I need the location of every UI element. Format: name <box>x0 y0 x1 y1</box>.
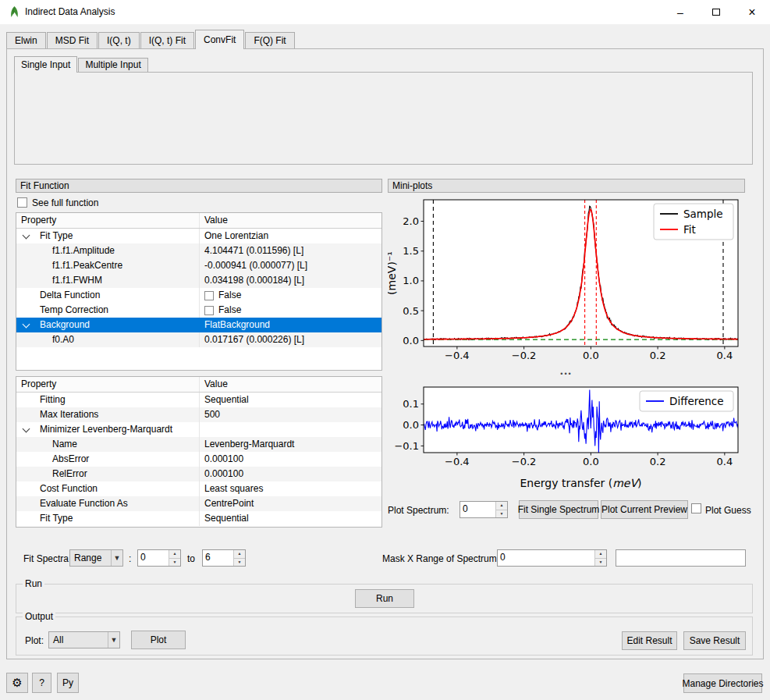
property-row[interactable]: AbsError0.000100 <box>16 452 381 467</box>
spectra-from-spinbox[interactable]: 0 ▲▼ <box>137 549 181 567</box>
output-plot-combo[interactable]: All ▼ <box>48 631 120 648</box>
svg-text:−0.1: −0.1 <box>394 440 419 452</box>
property-value: CentrePoint <box>204 496 254 511</box>
help-button[interactable]: ? <box>32 673 51 693</box>
property-value: False <box>218 303 241 318</box>
svg-text:1.5: 1.5 <box>403 245 419 257</box>
property-row[interactable]: Cost FunctionLeast squares <box>16 481 381 496</box>
property-row[interactable]: f0.A00.017167 (0.000226) [L] <box>16 332 381 347</box>
property-value: 4.104471 (0.011596) [L] <box>204 243 303 258</box>
title-bar: Indirect Data Analysis – × <box>0 0 770 24</box>
property-row[interactable]: Evaluate Function AsCentrePoint <box>16 496 381 511</box>
table-header-row: PropertyValue <box>16 213 381 229</box>
property-row[interactable]: FittingSequential <box>16 393 381 407</box>
fit-spectra-to-label: to <box>187 553 195 564</box>
svg-text:−0.4: −0.4 <box>445 456 470 467</box>
property-row[interactable]: Temp CorrectionFalse <box>16 303 381 318</box>
svg-text:0.0: 0.0 <box>583 456 599 467</box>
tab-convfit[interactable]: ConvFit <box>195 30 244 49</box>
manage-directories-button[interactable]: Manage Directories <box>683 673 762 693</box>
tab-i-q-t-fit[interactable]: I(Q, t) Fit <box>140 32 194 48</box>
spin-up-icon[interactable]: ▲ <box>595 550 606 558</box>
spin-down-icon[interactable]: ▼ <box>234 558 245 567</box>
property-row[interactable]: RelError0.000100 <box>16 467 381 481</box>
property-row[interactable]: Delta FunctionFalse <box>16 288 381 303</box>
value-checkbox[interactable] <box>204 291 214 300</box>
tab-elwin[interactable]: Elwin <box>6 32 46 48</box>
property-value: 0.034198 (0.000184) [L] <box>204 273 304 288</box>
python-export-button[interactable]: Py <box>57 673 79 693</box>
expander-chevron-down-icon[interactable] <box>23 425 30 433</box>
single-input-pane <box>14 72 753 165</box>
subtab-multiple-input[interactable]: Multiple Input <box>78 58 147 72</box>
mask-range-input[interactable] <box>616 549 746 567</box>
expander-chevron-down-icon[interactable] <box>23 321 30 329</box>
property-name: f0.A0 <box>52 334 74 345</box>
svg-text:2.0: 2.0 <box>403 215 419 227</box>
svg-text:0.4: 0.4 <box>717 456 733 467</box>
close-button[interactable]: × <box>734 0 770 24</box>
save-result-button[interactable]: Save Result <box>683 631 746 650</box>
spectra-to-spinbox[interactable]: 6 ▲▼ <box>202 549 246 567</box>
property-row[interactable]: Fit TypeSequential <box>16 511 381 526</box>
spin-down-icon[interactable]: ▼ <box>496 510 507 518</box>
tab-f-q-fit[interactable]: F(Q) Fit <box>245 32 294 48</box>
property-name: f1.f1.FWHM <box>52 275 102 286</box>
spin-up-icon[interactable]: ▲ <box>169 550 180 558</box>
svg-text:−0.4: −0.4 <box>445 350 470 361</box>
indirect-data-analysis-window: { "window": { "title": "Indirect Data An… <box>0 0 770 700</box>
svg-text:(meV)⁻¹: (meV)⁻¹ <box>388 251 398 295</box>
mask-spectrum-spinbox[interactable]: 0 ▲▼ <box>497 549 607 567</box>
svg-text:−0.2: −0.2 <box>512 350 537 361</box>
property-row[interactable]: BackgroundFlatBackground <box>16 318 381 332</box>
property-row[interactable]: f1.f1.FWHM0.034198 (0.000184) [L] <box>16 273 381 288</box>
plot-spectrum-spinbox[interactable]: 0 ▲▼ <box>460 501 508 518</box>
property-value: Sequential <box>204 393 249 407</box>
plot-label: Plot: <box>25 635 44 646</box>
property-value: FlatBackground <box>204 318 270 332</box>
svg-text:−0.2: −0.2 <box>512 456 537 467</box>
value-checkbox[interactable] <box>204 306 214 315</box>
spin-up-icon[interactable]: ▲ <box>234 550 245 558</box>
subtab-single-input[interactable]: Single Input <box>14 56 77 73</box>
svg-text:0.2: 0.2 <box>650 350 666 361</box>
property-row[interactable]: Fit TypeOne Lorentzian <box>16 229 381 243</box>
property-value: 0.000100 <box>204 467 243 481</box>
property-value: 0.000100 <box>204 452 243 467</box>
run-button[interactable]: Run <box>355 589 414 608</box>
maximize-button[interactable] <box>698 0 734 24</box>
see-full-function-checkbox[interactable] <box>17 197 27 208</box>
plot-button[interactable]: Plot <box>131 631 186 649</box>
fit-single-spectrum-button[interactable]: Fit Single Spectrum <box>519 500 598 519</box>
fit-spectra-label: Fit Spectra <box>23 553 69 564</box>
svg-text:0.5: 0.5 <box>403 305 419 317</box>
property-row[interactable]: NameLevenberg-Marquardt <box>16 437 381 452</box>
property-row[interactable]: f1.f1.PeakCentre-0.000941 (0.000077) [L] <box>16 258 381 273</box>
property-name: RelError <box>52 468 87 479</box>
plot-current-preview-button[interactable]: Plot Current Preview <box>601 500 688 519</box>
expander-chevron-down-icon[interactable] <box>23 232 30 240</box>
minimize-button[interactable]: – <box>662 0 698 24</box>
mantid-logo-icon <box>8 5 21 19</box>
property-row[interactable]: Minimizer Levenberg-Marquardt <box>16 422 381 437</box>
property-name: Evaluate Function As <box>40 498 128 509</box>
property-name: Cost Function <box>40 483 98 494</box>
table-header-row: PropertyValue <box>16 377 381 393</box>
property-name: Minimizer Levenberg-Marquardt <box>40 424 172 435</box>
edit-result-button[interactable]: Edit Result <box>622 631 677 650</box>
output-group-title: Output <box>23 611 55 622</box>
tab-msd-fit[interactable]: MSD Fit <box>47 32 98 48</box>
spin-down-icon[interactable]: ▼ <box>169 558 180 567</box>
property-row[interactable]: Max Iterations500 <box>16 407 381 422</box>
spin-up-icon[interactable]: ▲ <box>496 502 507 510</box>
settings-button[interactable]: ⚙ <box>6 673 28 693</box>
fit-spectra-mode-combo[interactable]: Range ▼ <box>69 549 123 567</box>
property-name: f1.f1.PeakCentre <box>52 260 122 271</box>
plot-splitter-handle[interactable]: ••• <box>388 370 745 381</box>
property-row[interactable]: f1.f1.Amplitude4.104471 (0.011596) [L] <box>16 243 381 258</box>
plot-guess-checkbox[interactable] <box>691 503 701 513</box>
spin-down-icon[interactable]: ▼ <box>595 558 606 567</box>
see-full-function-label: See full function <box>32 197 98 208</box>
tab-i-q-t[interactable]: I(Q, t) <box>98 32 140 48</box>
chevron-down-icon: ▼ <box>111 550 122 566</box>
